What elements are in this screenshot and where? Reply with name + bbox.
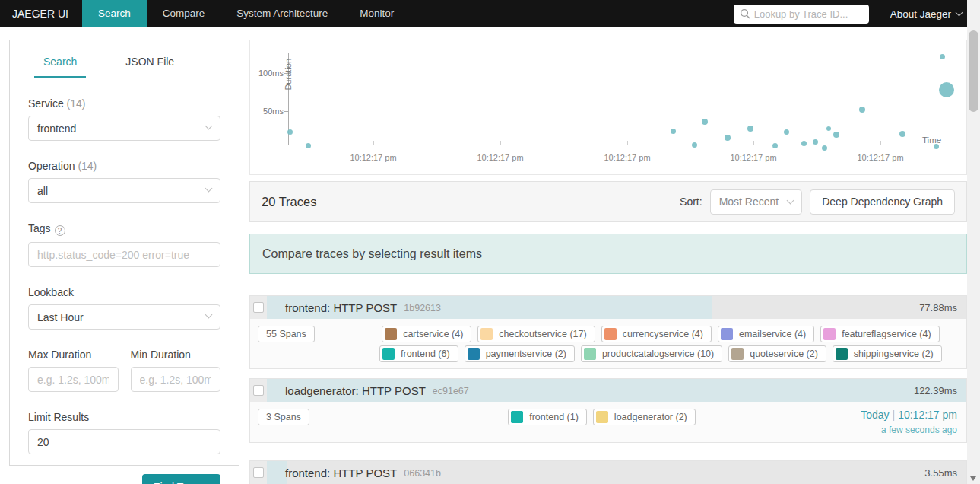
y-axis-title: Duration	[284, 59, 293, 91]
x-tick	[880, 141, 881, 145]
trace-title: frontend: HTTP POST	[285, 301, 397, 314]
scatter-point[interactable]	[833, 132, 839, 138]
trace-header[interactable]: frontend: HTTP POST 066341b 3.55ms	[250, 461, 966, 484]
trace-duration: 3.55ms	[924, 467, 957, 479]
operation-select[interactable]: all	[28, 178, 220, 203]
service-color-swatch	[836, 348, 848, 360]
help-icon[interactable]: ?	[55, 225, 65, 236]
min-duration-input[interactable]	[131, 367, 221, 392]
scatter-point[interactable]	[725, 135, 731, 141]
scatter-point[interactable]	[822, 145, 827, 151]
service-color-swatch	[480, 328, 493, 340]
tags-label: Tags?	[28, 222, 220, 236]
trace-result-item[interactable]: loadgenerator: HTTP POST ec91e67 122.39m…	[249, 378, 967, 443]
tags-input[interactable]	[28, 242, 220, 267]
scatter-point[interactable]	[671, 129, 676, 134]
find-traces-button[interactable]: Find Traces	[142, 474, 220, 484]
sort-select[interactable]: Most Recent	[710, 189, 803, 215]
trace-header[interactable]: loadgenerator: HTTP POST ec91e67 122.39m…	[250, 379, 966, 402]
trace-time-link[interactable]: 10:12:17 pm	[898, 409, 957, 421]
service-color-swatch	[511, 411, 523, 423]
page-scrollbar[interactable]	[967, 0, 980, 484]
chevron-down-icon	[205, 185, 213, 193]
chevron-down-icon	[787, 196, 794, 204]
service-color-swatch	[721, 328, 733, 340]
trace-title: loadgenerator: HTTP POST	[285, 384, 426, 397]
trace-header[interactable]: frontend: HTTP POST 1b92613 77.88ms	[250, 296, 966, 319]
service-tag: paymentservice (2)	[465, 345, 575, 362]
max-duration-input[interactable]	[28, 367, 119, 392]
service-tag: currencyservice (4)	[601, 326, 712, 342]
service-tag: frontend (1)	[508, 409, 587, 425]
trace-select-checkbox[interactable]	[253, 302, 264, 313]
service-color-swatch	[385, 328, 397, 340]
trace-result-item[interactable]: frontend: HTTP POST 1b92613 77.88ms 55 S…	[249, 295, 967, 369]
service-tag: checkoutservice (17)	[477, 326, 595, 342]
results-header: 20 Traces Sort: Most Recent Deep Depende…	[249, 181, 967, 222]
scatter-plot: Duration 100ms 50ms Time 10:12:17 pm10:1…	[250, 40, 966, 174]
service-color-swatch	[731, 348, 744, 360]
service-color-swatch	[468, 348, 480, 360]
scatter-point[interactable]	[287, 129, 293, 135]
span-count-badge: 55 Spans	[258, 326, 315, 342]
scatter-point[interactable]	[940, 54, 945, 59]
scrollbar-down-arrow-icon[interactable]	[970, 476, 976, 481]
max-duration-label: Max Duration	[28, 349, 119, 361]
service-tag: productcatalogservice (10)	[581, 345, 722, 362]
nav-tab-compare[interactable]: Compare	[147, 0, 221, 27]
tab-search[interactable]: Search	[34, 56, 86, 78]
trace-id: 066341b	[404, 466, 441, 479]
checkbox-cell	[250, 296, 267, 319]
search-icon	[740, 8, 750, 19]
service-color-swatch	[604, 328, 617, 340]
top-nav: JAEGER UI Search Compare System Architec…	[0, 0, 980, 27]
scatter-point[interactable]	[813, 139, 818, 145]
scatter-point[interactable]	[784, 129, 789, 135]
scatter-point[interactable]	[939, 82, 954, 97]
nav-tab-monitor[interactable]: Monitor	[344, 0, 410, 27]
tab-json-file[interactable]: JSON File	[116, 56, 183, 78]
service-tag: cartservice (4)	[382, 326, 471, 342]
checkbox-cell	[250, 379, 267, 402]
scatter-point[interactable]	[772, 143, 778, 148]
sort-label: Sort:	[680, 196, 702, 208]
chevron-down-icon	[205, 123, 213, 130]
trace-title: frontend: HTTP POST	[285, 466, 397, 479]
duration-bar: frontend: HTTP POST 1b92613 77.88ms	[267, 296, 966, 319]
nav-tab-search[interactable]: Search	[82, 0, 147, 27]
trace-select-checkbox[interactable]	[253, 467, 264, 478]
service-tag: emailservice (4)	[718, 326, 814, 342]
trace-date-link[interactable]: Today	[861, 409, 889, 421]
service-tag: frontend (6)	[379, 345, 458, 362]
lookback-select[interactable]: Last Hour	[28, 304, 220, 330]
checkbox-cell	[250, 461, 267, 484]
trace-id: 1b92613	[404, 301, 441, 314]
scrollbar-thumb[interactable]	[969, 30, 978, 112]
compare-banner: Compare traces by selecting result items	[249, 234, 967, 274]
limit-results-input[interactable]	[28, 429, 220, 454]
scatter-point[interactable]	[747, 126, 753, 132]
service-select[interactable]: frontend	[28, 116, 220, 141]
service-tag: shippingservice (2)	[833, 345, 942, 362]
service-tag: featureflagservice (4)	[820, 326, 939, 342]
scatter-point[interactable]	[899, 131, 905, 137]
scatter-point[interactable]	[702, 119, 708, 125]
about-jaeger-menu[interactable]: About Jaeger	[890, 8, 972, 20]
lookback-label: Lookback	[28, 286, 220, 298]
scatter-point[interactable]	[826, 126, 831, 131]
min-duration-label: Min Duration	[131, 349, 221, 361]
scatter-point[interactable]	[801, 141, 807, 146]
scatter-point[interactable]	[306, 143, 311, 148]
scatter-point[interactable]	[859, 107, 865, 113]
deep-dependency-graph-button[interactable]: Deep Dependency Graph	[810, 189, 955, 215]
service-label: Service (14)	[28, 97, 220, 110]
scatter-point[interactable]	[934, 144, 939, 149]
x-tick	[753, 141, 754, 145]
service-color-swatch	[596, 411, 608, 423]
trace-result-item[interactable]: frontend: HTTP POST 066341b 3.55ms	[249, 460, 967, 484]
trace-id-lookup-input[interactable]	[734, 5, 869, 24]
scatter-point[interactable]	[692, 142, 697, 148]
search-panel: Search JSON File Service (14) frontend O…	[9, 40, 239, 466]
nav-tab-system-architecture[interactable]: System Architecture	[220, 0, 344, 27]
trace-select-checkbox[interactable]	[253, 385, 264, 396]
